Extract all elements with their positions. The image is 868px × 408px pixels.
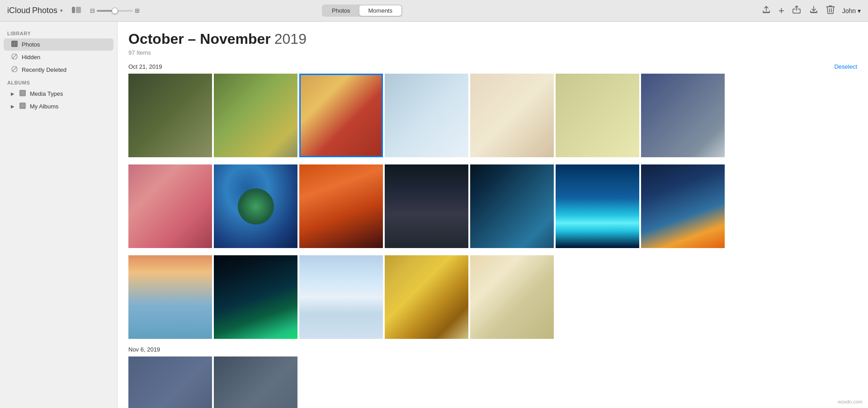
date-row-nov6: Nov 6, 2019 bbox=[128, 346, 857, 353]
sidebar-photos-label: Photos bbox=[22, 41, 106, 48]
svg-rect-15 bbox=[23, 94, 26, 96]
my-albums-arrow: ▶ bbox=[11, 104, 14, 109]
sidebar-hidden-label: Hidden bbox=[22, 54, 106, 61]
photo-thumb[interactable] bbox=[128, 255, 212, 339]
svg-rect-19 bbox=[20, 106, 23, 109]
content-subtitle: 97 Items bbox=[128, 49, 857, 56]
sidebar-item-hidden[interactable]: Hidden bbox=[4, 51, 113, 63]
tab-photos[interactable]: Photos bbox=[323, 5, 359, 16]
photo-thumb[interactable] bbox=[214, 255, 297, 339]
date-section-row2 bbox=[128, 164, 857, 248]
svg-line-10 bbox=[12, 67, 17, 71]
sidebar-recently-deleted-label: Recently Deleted bbox=[22, 66, 106, 73]
main-layout: Library Photos Hidden bbox=[0, 22, 868, 408]
photo-grid-row1 bbox=[128, 74, 857, 157]
delete-icon[interactable] bbox=[826, 5, 835, 17]
sidebar-item-recently-deleted[interactable]: Recently Deleted bbox=[4, 64, 113, 76]
deselect-button[interactable]: Deselect bbox=[834, 63, 857, 70]
date-label-oct21: Oct 21, 2019 bbox=[128, 63, 162, 70]
photo-thumb[interactable] bbox=[128, 164, 212, 248]
date-section-oct21: Oct 21, 2019 Deselect bbox=[128, 63, 857, 157]
download-icon[interactable] bbox=[809, 5, 819, 17]
upload-icon[interactable] bbox=[761, 5, 771, 17]
date-label-nov6: Nov 6, 2019 bbox=[128, 346, 160, 353]
svg-rect-12 bbox=[20, 90, 23, 93]
view-tabs: Photos Moments bbox=[322, 5, 402, 17]
photo-thumb[interactable] bbox=[385, 74, 468, 157]
user-menu[interactable]: John ▾ bbox=[842, 7, 861, 14]
zoom-min-icon: ⊟ bbox=[90, 7, 95, 14]
svg-rect-5 bbox=[12, 44, 14, 47]
my-albums-label: My Albums bbox=[30, 103, 59, 110]
photo-thumb[interactable] bbox=[299, 74, 383, 157]
svg-rect-17 bbox=[20, 103, 23, 106]
date-section-nov6: Nov 6, 2019 bbox=[128, 346, 857, 408]
svg-rect-3 bbox=[12, 41, 14, 44]
albums-section-label: Albums bbox=[0, 76, 117, 87]
photo-thumb[interactable] bbox=[299, 255, 383, 339]
svg-rect-1 bbox=[76, 7, 81, 13]
sidebar-item-photos[interactable]: Photos bbox=[4, 38, 113, 51]
date-section-row3 bbox=[128, 255, 857, 339]
photos-icon bbox=[11, 41, 18, 48]
photo-thumb[interactable] bbox=[641, 74, 725, 157]
photo-thumb[interactable] bbox=[128, 74, 212, 157]
zoom-slider[interactable] bbox=[97, 10, 133, 12]
content-header: October – November 2019 97 Items bbox=[128, 31, 857, 56]
svg-rect-0 bbox=[72, 7, 75, 13]
photo-grid-row4 bbox=[128, 356, 857, 408]
photo-thumb[interactable] bbox=[385, 255, 468, 339]
my-albums-icon bbox=[19, 103, 26, 110]
svg-rect-13 bbox=[23, 90, 26, 93]
media-types-icon bbox=[19, 90, 26, 98]
svg-rect-14 bbox=[20, 94, 23, 96]
brand-chevron[interactable]: ▾ bbox=[60, 8, 63, 14]
sidebar-my-albums[interactable]: ▶ My Albums bbox=[4, 100, 113, 113]
recently-deleted-icon bbox=[11, 66, 18, 74]
photo-thumb[interactable] bbox=[214, 164, 297, 248]
photo-thumb[interactable] bbox=[556, 164, 639, 248]
photo-thumb[interactable] bbox=[470, 255, 554, 339]
content-area: October – November 2019 97 Items Oct 21,… bbox=[118, 22, 868, 408]
photo-thumb[interactable] bbox=[470, 164, 554, 248]
photo-thumb[interactable] bbox=[214, 74, 297, 157]
photo-grid-row2 bbox=[128, 164, 857, 248]
tab-moments[interactable]: Moments bbox=[359, 5, 401, 16]
media-types-label: Media Types bbox=[30, 90, 63, 97]
date-row-oct21: Oct 21, 2019 Deselect bbox=[128, 63, 857, 70]
photo-thumb[interactable] bbox=[470, 74, 554, 157]
zoom-max-icon: ⊞ bbox=[135, 7, 140, 14]
hidden-icon bbox=[11, 53, 18, 61]
media-types-arrow: ▶ bbox=[11, 91, 14, 96]
zoom-control: ⊟ ⊞ bbox=[90, 7, 140, 14]
svg-rect-6 bbox=[15, 44, 18, 47]
app-logo: iCloud Photos ▾ bbox=[7, 6, 63, 15]
title-year: 2019 bbox=[274, 31, 307, 47]
brand-icloud: iCloud bbox=[7, 6, 30, 15]
photo-thumb[interactable] bbox=[385, 164, 468, 248]
svg-rect-4 bbox=[15, 41, 18, 44]
sidebar-toggle-button[interactable] bbox=[72, 6, 81, 15]
add-icon[interactable]: + bbox=[778, 5, 784, 17]
topbar: iCloud Photos ▾ ⊟ ⊞ Photos Moments + bbox=[0, 0, 868, 22]
svg-rect-20 bbox=[23, 106, 26, 109]
topbar-actions: + John ▾ bbox=[761, 5, 861, 17]
svg-rect-18 bbox=[23, 103, 26, 106]
photo-grid-row3 bbox=[128, 255, 857, 339]
photo-thumb[interactable] bbox=[556, 74, 639, 157]
library-section-label: Library bbox=[0, 27, 117, 38]
brand-photos: Photos bbox=[32, 6, 57, 15]
photo-thumb[interactable] bbox=[641, 164, 725, 248]
sidebar: Library Photos Hidden bbox=[0, 22, 118, 408]
photo-thumb[interactable] bbox=[214, 356, 297, 408]
content-title: October – November 2019 bbox=[128, 31, 857, 47]
sidebar-media-types[interactable]: ▶ Media Types bbox=[4, 88, 113, 100]
svg-line-8 bbox=[12, 54, 17, 59]
watermark: wsxdn.com bbox=[838, 399, 863, 404]
photo-thumb[interactable] bbox=[299, 164, 383, 248]
photo-thumb[interactable] bbox=[128, 356, 212, 408]
title-main: October – November bbox=[128, 31, 271, 47]
share-icon[interactable] bbox=[792, 5, 802, 17]
